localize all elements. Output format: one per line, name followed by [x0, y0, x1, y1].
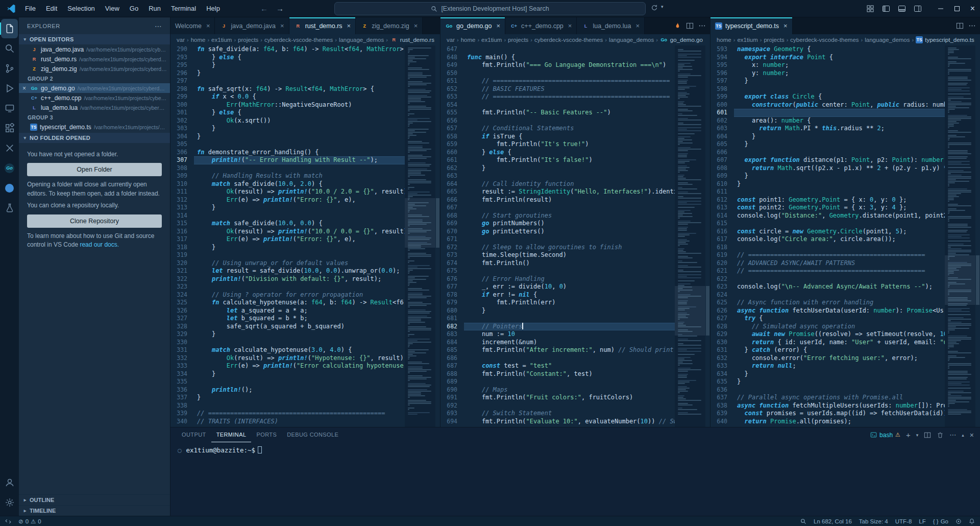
close-tab-icon[interactable]: ×	[568, 22, 572, 30]
activity-account-button[interactable]	[1, 473, 18, 492]
close-tab-icon[interactable]: ×	[414, 22, 418, 30]
close-tab-icon[interactable]: ×	[206, 22, 210, 30]
menu-go[interactable]: Go	[125, 3, 143, 14]
breadcrumb-item[interactable]: var	[447, 37, 455, 43]
scrollbar[interactable]	[705, 45, 710, 427]
breadcrumb-item[interactable]: cyberdeck-vscode-themes	[790, 37, 859, 43]
language-mode[interactable]: { } Go	[933, 518, 948, 524]
back-icon[interactable]: ←	[260, 4, 268, 13]
scrollbar-thumb[interactable]	[706, 286, 709, 336]
no-folder-header[interactable]: ▾ NO FOLDER OPENED	[19, 133, 170, 143]
tab-c++_demo.cpp[interactable]: C+c++_demo.cpp×	[505, 17, 577, 34]
breadcrumb-item[interactable]: ex1tium	[211, 37, 232, 43]
scrollbar-thumb[interactable]	[976, 255, 979, 305]
chevron-down-icon[interactable]: ▾	[661, 4, 664, 11]
activity-flask-button[interactable]	[1, 198, 18, 218]
breadcrumb-item[interactable]: cyberdeck-vscode-themes	[534, 37, 603, 43]
breadcrumb-item[interactable]: home	[717, 37, 731, 43]
close-tab-icon[interactable]: ×	[280, 22, 284, 30]
open-editor-java_demo.java[interactable]: ×Jjava_demo.java/var/home/ex1tium/projec…	[19, 44, 170, 54]
close-window-icon[interactable]: ×	[970, 4, 975, 13]
open-folder-button[interactable]: Open Folder	[27, 163, 162, 176]
code-area[interactable]: func main() { fmt.Println("=== Go Langua…	[464, 45, 675, 427]
code-area[interactable]: fn safe_divide(a: f64, b: f64) -> Result…	[194, 45, 405, 427]
open-editor-c++_demo.cpp[interactable]: ×C+c++_demo.cpp/var/home/ex1tium/project…	[19, 93, 170, 103]
scrollbar-thumb[interactable]	[436, 198, 439, 248]
tab-Welcome[interactable]: Welcome×	[170, 17, 215, 34]
breadcrumb-item[interactable]: home	[191, 37, 206, 43]
breadcrumb-item[interactable]: projects	[764, 37, 784, 43]
breadcrumb-file[interactable]: Rrust_demo.rs	[390, 36, 434, 43]
breadcrumb-item[interactable]: ex1tium	[481, 37, 502, 43]
timeline-section[interactable]: ▸ TIMELINE	[19, 505, 170, 516]
menu-edit[interactable]: Edit	[41, 3, 62, 14]
toggle-panel-icon[interactable]	[898, 5, 906, 13]
indentation-status[interactable]: Tab Size: 4	[859, 518, 888, 524]
open-editors-header[interactable]: ▾ OPEN EDITORS	[19, 34, 170, 44]
close-tab-icon[interactable]: ×	[497, 22, 501, 30]
cursor-position[interactable]: Ln 682, Col 16	[814, 518, 852, 524]
activity-extensions-button[interactable]	[1, 118, 18, 138]
read-docs-link[interactable]: read our docs.	[80, 241, 119, 248]
problems-indicator[interactable]: ⊘ 0 ⚠ 0	[18, 518, 41, 525]
more-actions-icon[interactable]: ⋯	[949, 431, 956, 439]
toggle-secondary-sidebar-icon[interactable]	[914, 5, 922, 13]
breadcrumb-item[interactable]: language_demos	[339, 37, 384, 43]
scrollbar[interactable]	[435, 45, 440, 427]
minimap[interactable]	[945, 45, 975, 427]
command-center-search[interactable]: [Extension Development Host] Search	[334, 2, 646, 15]
activity-tools-button[interactable]	[1, 138, 18, 158]
tab-lua_demo.lua[interactable]: Llua_demo.lua×	[577, 17, 645, 34]
refresh-icon[interactable]	[651, 4, 658, 11]
menu-view[interactable]: View	[101, 3, 124, 14]
breadcrumb-item[interactable]: language_demos	[609, 37, 654, 43]
breadcrumb-item[interactable]: cyberdeck-vscode-themes	[264, 37, 333, 43]
tab-java_demo.java[interactable]: Jjava_demo.java×	[215, 17, 289, 34]
breadcrumb-file[interactable]: TStypescript_demo.ts	[916, 36, 974, 43]
customize-layout-grid-icon[interactable]	[866, 5, 874, 13]
activity-search-button[interactable]	[1, 39, 18, 58]
minimap[interactable]	[675, 45, 705, 427]
menu-run[interactable]: Run	[144, 3, 165, 14]
terminal-dropdown-icon[interactable]: ▾	[916, 433, 919, 438]
open-editor-typescript_demo.ts[interactable]: ×TStypescript_demo.ts/var/home/ex1tium/p…	[19, 122, 170, 132]
tab-go_demo.go[interactable]: Gogo_demo.go×	[440, 17, 505, 34]
maximize-icon[interactable]	[954, 6, 960, 12]
activity-remote-button[interactable]	[1, 99, 18, 118]
toggle-sidebar-icon[interactable]	[882, 5, 890, 13]
new-terminal-icon[interactable]: +	[906, 431, 911, 439]
panel-tab-output[interactable]: OUTPUT	[177, 427, 211, 442]
notifications-indicator[interactable]	[969, 518, 975, 524]
split-icon[interactable]	[686, 22, 694, 30]
breadcrumb-item[interactable]: projects	[508, 37, 528, 43]
breadcrumb-item[interactable]: ex1tium	[737, 37, 757, 43]
forward-icon[interactable]: →	[276, 4, 284, 13]
terminal-instance[interactable]: bash ⚠	[870, 432, 900, 439]
panel-tab-terminal[interactable]: TERMINAL	[211, 427, 252, 442]
breadcrumb-item[interactable]: var	[177, 37, 185, 43]
eol-status[interactable]: LF	[919, 518, 925, 524]
panel-tab-debug-console[interactable]: DEBUG CONSOLE	[282, 427, 344, 442]
close-tab-icon[interactable]: ×	[783, 22, 788, 30]
more-actions-icon[interactable]: ⋯	[155, 22, 162, 30]
clone-repository-button[interactable]: Clone Repository	[27, 214, 162, 228]
scrollbar[interactable]	[975, 45, 980, 427]
minimize-icon[interactable]	[938, 6, 944, 12]
code-area[interactable]: namespace Geometry { export interface Po…	[734, 45, 945, 427]
open-editor-go_demo.go[interactable]: ×Gogo_demo.go/var/home/ex1tium/projects/…	[19, 83, 170, 93]
activity-blueext-button[interactable]	[1, 178, 18, 198]
maximize-panel-icon[interactable]: ▴	[962, 433, 964, 438]
kill-terminal-icon[interactable]	[937, 432, 944, 439]
terminal-view[interactable]: ○ex1tium@bazzite:~$	[170, 442, 980, 516]
open-editor-rust_demo.rs[interactable]: ×Rrust_demo.rs/var/home/ex1tium/projects…	[19, 54, 170, 64]
tab-zig_demo.zig[interactable]: Zzig_demo.zig×	[356, 17, 423, 34]
flame-icon[interactable]	[674, 22, 681, 30]
breadcrumb-item[interactable]: language_demos	[865, 37, 910, 43]
tab-typescript_demo.ts[interactable]: TStypescript_demo.ts×	[710, 17, 793, 34]
close-panel-icon[interactable]: ×	[970, 431, 974, 439]
tab-rust_demo.rs[interactable]: Rrust_demo.rs×	[289, 17, 356, 34]
split-icon[interactable]	[956, 22, 964, 30]
split-terminal-icon[interactable]	[924, 432, 931, 439]
open-editor-lua_demo.lua[interactable]: ×Llua_demo.lua/var/home/ex1tium/projects…	[19, 103, 170, 112]
activity-debug-button[interactable]	[1, 79, 18, 98]
